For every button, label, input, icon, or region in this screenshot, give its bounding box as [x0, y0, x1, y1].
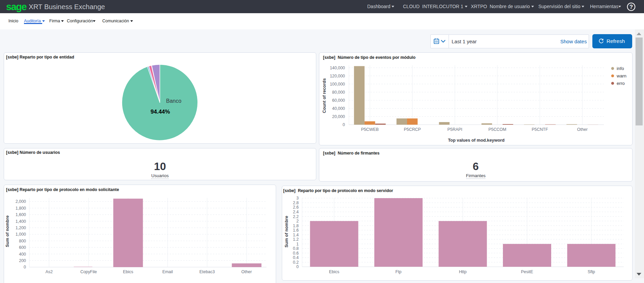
svg-text:200: 200 — [19, 258, 26, 263]
svg-text:Etebac3: Etebac3 — [199, 269, 215, 274]
svg-text:erro: erro — [617, 81, 625, 86]
svg-text:1,200: 1,200 — [16, 226, 26, 230]
svg-text:1: 1 — [296, 242, 299, 246]
svg-text:600: 600 — [19, 245, 26, 250]
svg-text:P5CNTF: P5CNTF — [532, 127, 548, 132]
svg-text:2.8: 2.8 — [293, 201, 299, 205]
svg-text:94.44%: 94.44% — [151, 109, 170, 115]
svg-text:100,000: 100,000 — [330, 82, 345, 87]
svg-text:Ebics: Ebics — [329, 269, 339, 274]
svg-text:info: info — [617, 66, 624, 71]
svg-text:0.2: 0.2 — [293, 260, 299, 265]
svg-text:2.4: 2.4 — [293, 210, 299, 214]
svg-text:1,600: 1,600 — [16, 212, 26, 217]
svg-text:1.4: 1.4 — [293, 233, 299, 237]
svg-text:1.6: 1.6 — [293, 228, 299, 233]
svg-text:400: 400 — [19, 252, 26, 257]
svg-text:3: 3 — [296, 196, 299, 201]
svg-text:2.2: 2.2 — [293, 214, 299, 219]
svg-text:1,400: 1,400 — [16, 219, 26, 224]
svg-text:Banco: Banco — [166, 98, 181, 104]
svg-text:Top values of mod.keyword: Top values of mod.keyword — [448, 138, 505, 143]
svg-text:Email: Email — [162, 269, 173, 274]
svg-text:Ftp: Ftp — [396, 269, 402, 274]
svg-text:Other: Other — [241, 269, 252, 274]
svg-text:warn: warn — [616, 73, 626, 78]
svg-text:1.2: 1.2 — [293, 237, 299, 242]
svg-text:2,000: 2,000 — [16, 199, 26, 204]
svg-text:P5RAPI: P5RAPI — [448, 127, 462, 132]
svg-text:800: 800 — [19, 239, 26, 243]
svg-text:P5CWEB: P5CWEB — [361, 127, 379, 132]
svg-text:Sum of nombre: Sum of nombre — [5, 215, 10, 247]
svg-text:1.8: 1.8 — [293, 223, 299, 228]
svg-text:Sftp: Sftp — [588, 269, 595, 274]
svg-text:1,000: 1,000 — [16, 232, 26, 237]
svg-text:40,000: 40,000 — [332, 106, 345, 111]
svg-text:P5CCOM: P5CCOM — [488, 127, 506, 132]
svg-text:1,800: 1,800 — [16, 206, 26, 211]
svg-text:0.6: 0.6 — [293, 251, 299, 256]
svg-text:P5CRCP: P5CRCP — [404, 127, 421, 132]
svg-text:Other: Other — [577, 127, 588, 132]
svg-text:60,000: 60,000 — [332, 98, 345, 103]
svg-text:CopyFile: CopyFile — [80, 269, 97, 274]
svg-text:0: 0 — [343, 122, 345, 127]
svg-text:Http: Http — [459, 269, 467, 274]
svg-text:Sum of nombre: Sum of nombre — [284, 216, 289, 247]
svg-text:Ebics: Ebics — [123, 269, 133, 274]
svg-text:PesitE: PesitE — [521, 269, 533, 274]
svg-text:0.4: 0.4 — [293, 255, 299, 260]
svg-text:0: 0 — [24, 265, 26, 269]
svg-text:80,000: 80,000 — [332, 90, 345, 95]
svg-text:120,000: 120,000 — [330, 74, 345, 78]
svg-text:20,000: 20,000 — [332, 114, 345, 119]
svg-text:2: 2 — [296, 219, 299, 223]
svg-text:0.8: 0.8 — [293, 246, 299, 251]
svg-text:0: 0 — [296, 264, 299, 269]
svg-text:140,000: 140,000 — [330, 66, 345, 70]
svg-text:2.6: 2.6 — [293, 205, 299, 210]
svg-text:As2: As2 — [46, 269, 53, 274]
svg-text:Count of records: Count of records — [322, 78, 327, 113]
